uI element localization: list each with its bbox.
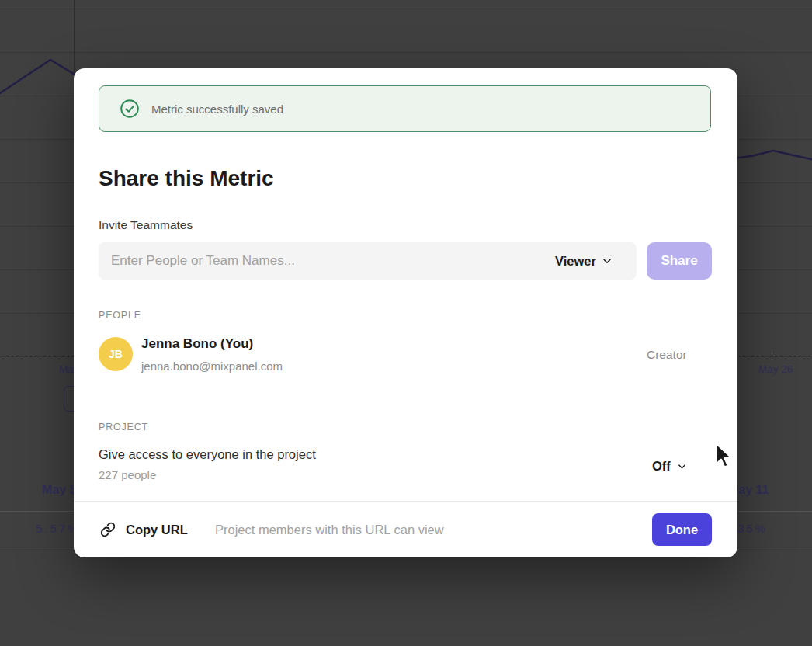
project-access-dropdown-value: Off (652, 459, 671, 474)
project-access-title: Give access to everyone in the project (99, 447, 316, 462)
mouse-cursor-icon (715, 443, 738, 469)
chevron-down-icon (601, 255, 613, 267)
copy-url-button[interactable]: Copy URL (100, 513, 188, 546)
link-icon (100, 522, 116, 537)
success-toast: Metric successfully saved (99, 85, 711, 132)
project-access-dropdown[interactable]: Off (652, 455, 688, 477)
person-role-label: Creator (647, 348, 687, 362)
share-metric-modal: Metric successfully saved Share this Met… (74, 68, 737, 557)
chevron-down-icon (676, 460, 688, 472)
role-dropdown-value: Viewer (555, 254, 596, 269)
background-table-value-right: 35% (737, 522, 768, 535)
project-section-label: PROJECT (99, 422, 148, 432)
person-name: Jenna Bono (You) (141, 336, 253, 352)
role-dropdown[interactable]: Viewer (549, 242, 619, 280)
person-email: jenna.bono@mixpanel.com (141, 359, 283, 373)
background-axis-label-right: May 26 (758, 363, 793, 375)
copy-url-label: Copy URL (126, 523, 188, 537)
modal-title: Share this Metric (99, 166, 274, 191)
share-button[interactable]: Share (647, 242, 712, 280)
url-permission-hint: Project members with this URL can view (215, 523, 444, 537)
done-button[interactable]: Done (652, 513, 712, 546)
background-table-header-left: May 5 (42, 483, 76, 497)
modal-footer: Copy URL Project members with this URL c… (74, 501, 737, 557)
invite-teammates-label: Invite Teammates (99, 218, 193, 232)
people-section-label: PEOPLE (99, 310, 141, 321)
check-circle-icon (120, 99, 140, 119)
avatar: JB (99, 337, 133, 371)
project-people-count: 227 people (99, 468, 156, 481)
toast-message: Metric successfully saved (151, 102, 283, 116)
